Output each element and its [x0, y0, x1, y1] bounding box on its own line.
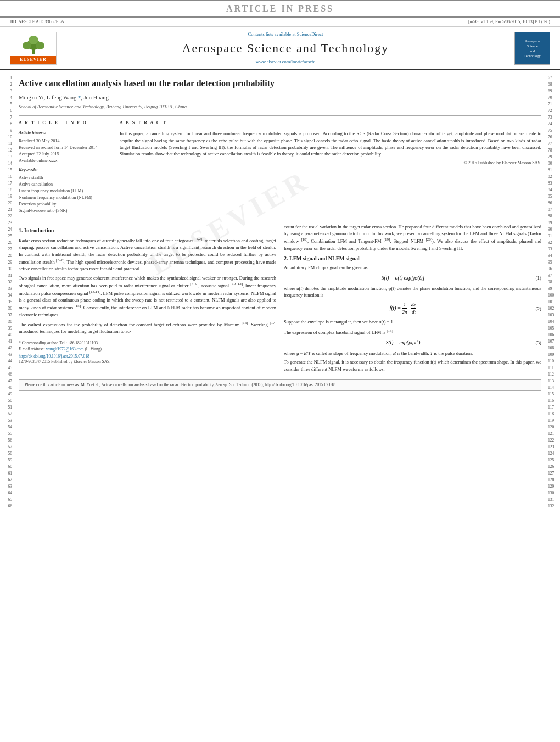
ref-16: [16] [242, 321, 248, 325]
line-num-r: 89 [548, 220, 560, 226]
line-num: 8 [0, 121, 12, 127]
line-num-r: 114 [548, 384, 560, 391]
line-num-r: 83 [548, 180, 560, 187]
footer-cite-text: Please cite this article in press as: M.… [25, 382, 335, 387]
line-num: 55 [0, 431, 12, 437]
line-num: 38 [0, 319, 12, 325]
footnote-email-link[interactable]: wanglf1972@163.com [46, 347, 84, 352]
line-num: 53 [0, 417, 12, 424]
article-title: Active cancellation analysis based on th… [19, 78, 541, 90]
line-num: 26 [0, 239, 12, 246]
equation-1: S(t) = a(t) exp[jφ(t)] [284, 275, 522, 282]
line-num: 10 [0, 134, 12, 141]
ref-19: [19] [384, 237, 390, 242]
online-date: Available online xxxx [19, 158, 112, 164]
line-num: 62 [0, 477, 12, 483]
intro-para-2: Two signals in free space may generate c… [19, 275, 276, 318]
body-divider [19, 219, 541, 219]
line-num-r: 97 [548, 272, 560, 279]
intro-para-1: Radar cross section reduction techniques… [19, 236, 276, 272]
journal-url[interactable]: www.elsevier.com/locate/aescte [62, 59, 509, 65]
line-num: 33 [0, 286, 12, 292]
line-num: 14 [0, 160, 12, 167]
footnote-email: E-mail address: wanglf1972@163.com (L. W… [19, 347, 276, 352]
line-num: 34 [0, 292, 12, 299]
line-num-r: 108 [548, 345, 560, 352]
body-two-col: 1. Introduction Radar cross section redu… [19, 224, 541, 375]
article-in-press-banner: ARTICLE IN PRESS [0, 0, 560, 18]
intro-section-title: 1. Introduction [19, 227, 276, 235]
line-num-r: 112 [548, 371, 560, 378]
line-num-r: 91 [548, 233, 560, 239]
line-num-r: 76 [548, 134, 560, 141]
line-num-r: 113 [548, 378, 560, 384]
ref-20: [20] [425, 237, 432, 242]
line-num-r: 107 [548, 338, 560, 345]
line-num-r: 115 [548, 391, 560, 398]
journal-logo-text: AerospaceScienceandTechnology [524, 38, 541, 58]
doi-link[interactable]: http://dx.doi.org/10.1016/j.ast.2015.07.… [19, 354, 89, 359]
line-num: 6 [0, 108, 12, 114]
line-num-r: 69 [548, 88, 560, 94]
line-num: 3 [0, 88, 12, 94]
sciencedirect-link[interactable]: Contents lists available at ScienceDirec… [62, 31, 509, 37]
equation-3: S(t) = exp(jπμt2) [284, 339, 522, 347]
line-num-r: 103 [548, 312, 560, 319]
line-num: 2 [0, 81, 12, 88]
line-num: 65 [0, 496, 12, 503]
received-date: Received 30 May 2014 [19, 138, 112, 144]
footnote-area: * Corresponding author. Tel.: +86 182013… [19, 338, 276, 365]
section2-text6: To generate the NLFM signal, it is neces… [284, 359, 541, 372]
line-num: 29 [0, 259, 12, 266]
section2-text4: The expression of complex baseband signa… [284, 328, 541, 336]
line-num: 12 [0, 147, 12, 154]
line-num: 28 [0, 253, 12, 259]
equation-1-block: S(t) = a(t) exp[jφ(t)] (1) [284, 275, 541, 282]
line-num-r: 75 [548, 127, 560, 134]
line-num: 17 [0, 180, 12, 187]
keyword-4: Nonlinear frequency modulation (NLFM) [19, 194, 112, 201]
line-num-r: 80 [548, 160, 560, 167]
line-num-r: 74 [548, 121, 560, 127]
ref-10-12: [10–12] [231, 282, 243, 286]
keyword-1: Active stealth [19, 175, 112, 181]
line-num-r: 127 [548, 470, 560, 477]
footnote-corresponding: * Corresponding author. Tel.: +86 182013… [19, 341, 276, 346]
line-num-r: 92 [548, 239, 560, 246]
line-num: 35 [0, 299, 12, 305]
line-num: 50 [0, 398, 12, 404]
footer-cite-box: Please cite this article in press as: M.… [19, 379, 541, 391]
line-num: 57 [0, 444, 12, 450]
line-num-r: 105 [548, 325, 560, 332]
line-num-r: 73 [548, 114, 560, 121]
line-num-r: 128 [548, 477, 560, 483]
line-num: 23 [0, 220, 12, 226]
line-num-r: 130 [548, 490, 560, 496]
copyright: © 2015 Published by Elsevier Masson SAS. [120, 160, 541, 166]
section2-text5: where μ = B/T is called as slope of freq… [284, 350, 541, 356]
revised-date: Received in revised form 14 December 201… [19, 144, 112, 151]
intro-para-3: The earliest expressions for the probabi… [19, 320, 276, 334]
elsevier-label: ELSEVIER [10, 56, 56, 64]
body-left-col: 1. Introduction Radar cross section redu… [19, 224, 276, 375]
line-num-r: 120 [548, 424, 560, 431]
sciencedirect-text: ScienceDirect [297, 31, 323, 37]
equation-3-block: S(t) = exp(jπμt2) (3) [284, 339, 541, 347]
line-num: 47 [0, 378, 12, 384]
ref-3-6: [3–6] [56, 258, 64, 263]
body-right-col: count for the usual variation in the tar… [284, 224, 541, 375]
line-num: 4 [0, 94, 12, 101]
ref-18: [18] [301, 237, 307, 242]
line-num-r: 121 [548, 431, 560, 437]
line-num-r: 68 [548, 81, 560, 88]
line-num-r: 131 [548, 496, 560, 503]
abstract-column: A B S T R A C T In this paper, a cancell… [120, 120, 541, 214]
journal-title: Aerospace Science and Technology [62, 40, 509, 57]
line-num: 27 [0, 246, 12, 253]
line-num: 13 [0, 154, 12, 160]
line-num: 66 [0, 503, 12, 510]
line-numbers-left: 1 2 3 4 5 6 7 8 9 10 11 12 13 14 15 16 1… [0, 70, 12, 514]
top-meta-row: JID: AESCTE AID:3366 /FLA [m5G; v1.159; … [0, 18, 560, 27]
line-num-r: 71 [548, 101, 560, 108]
abstract-header: A B S T R A C T [120, 120, 541, 127]
